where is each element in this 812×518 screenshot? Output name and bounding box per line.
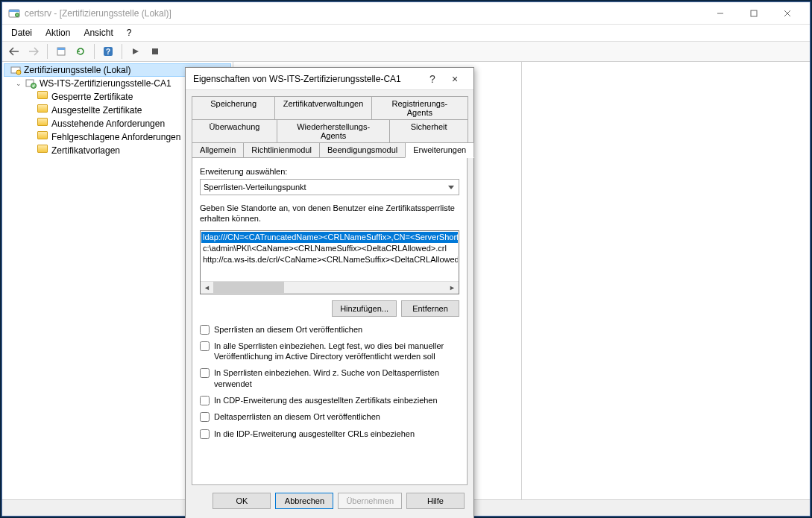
nav-back-button[interactable] [5, 43, 23, 60]
tab-enrollment-agents[interactable]: Registrierungs-Agents [371, 96, 468, 119]
help-button[interactable]: Hilfe [406, 493, 465, 509]
ca-icon [25, 78, 37, 89]
check-include-all-crls[interactable]: In alle Sperrlisten einbeziehen. Legt fe… [200, 341, 459, 362]
nav-forward-button[interactable] [25, 43, 43, 60]
cancel-button[interactable]: Abbrechen [275, 493, 333, 509]
menu-view[interactable]: Ansicht [78, 26, 119, 40]
folder-icon [37, 104, 49, 116]
toolbar: ? [2, 41, 810, 62]
scroll-right-icon[interactable]: ► [446, 281, 459, 294]
tabstrip: Speicherung Zertifikatverwaltungen Regis… [192, 96, 468, 485]
checkbox-label: In Sperrlisten einbeziehen. Wird z. Such… [214, 367, 459, 389]
folder-icon [37, 118, 49, 130]
refresh-button[interactable] [72, 43, 89, 60]
tab-extensions[interactable]: Erweiterungen [405, 142, 474, 158]
check-publish-delta[interactable]: Deltasperrlisten an diesem Ort veröffent… [200, 411, 459, 422]
tree-root-label: Zertifizierungsstelle (Lokal) [24, 65, 130, 75]
tree-item-label: Ausstehende Anforderungen [51, 119, 165, 129]
remove-button[interactable]: Entfernen [401, 300, 459, 317]
locations-listbox[interactable]: ldap:///CN=<CATruncatedName><CRLNameSuff… [200, 230, 459, 294]
stop-button[interactable] [146, 43, 164, 60]
svg-rect-11 [152, 48, 158, 54]
svg-point-13 [16, 70, 21, 75]
checkbox-label: In alle Sperrlisten einbeziehen. Legt fe… [214, 341, 459, 362]
tree-item-label: Ausgestellte Zertifikate [51, 105, 142, 116]
folder-icon [37, 145, 49, 157]
dialog-title: Eigenschaften von WS-ITS-Zertifizierungs… [193, 74, 421, 84]
dialog-help-button[interactable]: ? [421, 70, 444, 88]
details-right[interactable] [522, 62, 810, 499]
scroll-left-icon[interactable]: ◄ [201, 281, 213, 294]
list-item[interactable]: c:\admin\PKI\<CaName><CRLNameSuffix><Del… [201, 243, 458, 254]
add-button[interactable]: Hinzufügen... [332, 300, 397, 317]
extension-combo-value: Sperrlisten-Verteilungspunkt [204, 183, 306, 192]
ok-button[interactable]: OK [213, 493, 271, 509]
tab-exit-module[interactable]: Beendigungsmodul [319, 142, 406, 157]
extension-combo[interactable]: Sperrlisten-Verteilungspunkt [200, 179, 459, 195]
checkbox[interactable] [200, 325, 210, 335]
titlebar[interactable]: certsrv - [Zertifizierungsstelle (Lokal)… [2, 2, 810, 25]
window-title: certsrv - [Zertifizierungsstelle (Lokal)… [25, 8, 703, 19]
minimize-button[interactable] [703, 3, 737, 24]
checkbox[interactable] [200, 412, 210, 422]
tab-general[interactable]: Allgemein [192, 142, 244, 157]
tree-item-label: Gesperrte Zertifikate [51, 92, 133, 102]
play-button[interactable] [127, 43, 145, 60]
tree-ca-label: WS-ITS-Zertifizierungsstelle-CA1 [40, 78, 171, 89]
svg-point-2 [16, 13, 19, 16]
app-icon [8, 7, 20, 19]
properties-button[interactable] [52, 43, 70, 60]
apply-button[interactable]: Übernehmen [338, 493, 402, 509]
dialog-titlebar[interactable]: Eigenschaften von WS-ITS-Zertifizierungs… [186, 68, 473, 90]
close-button[interactable] [770, 3, 804, 24]
locations-label: Geben Sie Standorte an, von denen Benutz… [200, 203, 459, 224]
menubar: Datei Aktion Ansicht ? [2, 25, 810, 41]
checkbox[interactable] [200, 341, 210, 351]
check-cdp-extension[interactable]: In CDP-Erweiterung des ausgestellten Zer… [200, 395, 459, 405]
svg-rect-4 [751, 10, 757, 16]
check-publish-crl[interactable]: Sperrlisten an diesem Ort veröffentliche… [200, 324, 459, 335]
extension-select-label: Erweiterung auswählen: [200, 167, 459, 176]
menu-action[interactable]: Aktion [40, 26, 76, 40]
collapse-icon[interactable]: ⌄ [14, 80, 23, 87]
checkbox-label: In CDP-Erweiterung des ausgestellten Zer… [214, 395, 438, 405]
svg-text:?: ? [106, 48, 110, 56]
menu-file[interactable]: Datei [5, 26, 38, 40]
dialog-footer: OK Abbrechen Übernehmen Hilfe [186, 485, 473, 518]
check-include-crls[interactable]: In Sperrlisten einbeziehen. Wird z. Such… [200, 367, 459, 389]
folder-icon [37, 91, 49, 103]
check-idp-extension[interactable]: In die IDP-Erweiterung ausgestellter CRL… [200, 429, 459, 439]
maximize-button[interactable] [737, 3, 770, 24]
properties-dialog: Eigenschaften von WS-ITS-Zertifizierungs… [185, 67, 474, 518]
cert-authority-icon [10, 64, 22, 76]
checkbox[interactable] [200, 368, 210, 378]
tab-cert-managers[interactable]: Zertifikatverwaltungen [274, 96, 371, 119]
tab-recovery-agents[interactable]: Wiederherstellungs-Agents [277, 119, 390, 142]
scroll-thumb[interactable] [213, 282, 284, 293]
checkbox-label: Deltasperrlisten an diesem Ort veröffent… [214, 411, 380, 422]
checkbox[interactable] [200, 429, 210, 439]
checkbox[interactable] [200, 396, 210, 405]
tab-security[interactable]: Sicherheit [389, 119, 468, 142]
folder-icon [37, 131, 49, 143]
tree-item-label: Zertifikatvorlagen [51, 145, 120, 156]
h-scrollbar[interactable]: ◄ ► [201, 281, 459, 294]
scroll-track[interactable] [213, 281, 446, 294]
list-item[interactable]: http://ca.ws-its.de/crl/<CaName><CRLName… [201, 254, 458, 265]
tab-panel-extensions: Erweiterung auswählen: Sperrlisten-Verte… [192, 157, 468, 485]
svg-rect-1 [9, 10, 19, 12]
dialog-close-button[interactable]: × [444, 70, 466, 88]
menu-help[interactable]: ? [121, 26, 138, 40]
tree-item-label: Fehlgeschlagene Anforderungen [51, 132, 180, 142]
tab-auditing[interactable]: Überwachung [192, 119, 277, 142]
checkbox-label: In die IDP-Erweiterung ausgestellter CRL… [214, 429, 415, 439]
tab-storage[interactable]: Speicherung [192, 96, 275, 119]
checkbox-label: Sperrlisten an diesem Ort veröffentliche… [214, 324, 362, 335]
svg-rect-8 [57, 48, 65, 50]
help-button[interactable]: ? [99, 43, 117, 60]
list-item[interactable]: ldap:///CN=<CATruncatedName><CRLNameSuff… [201, 232, 458, 243]
tab-policy-module[interactable]: Richtlinienmodul [243, 142, 320, 157]
